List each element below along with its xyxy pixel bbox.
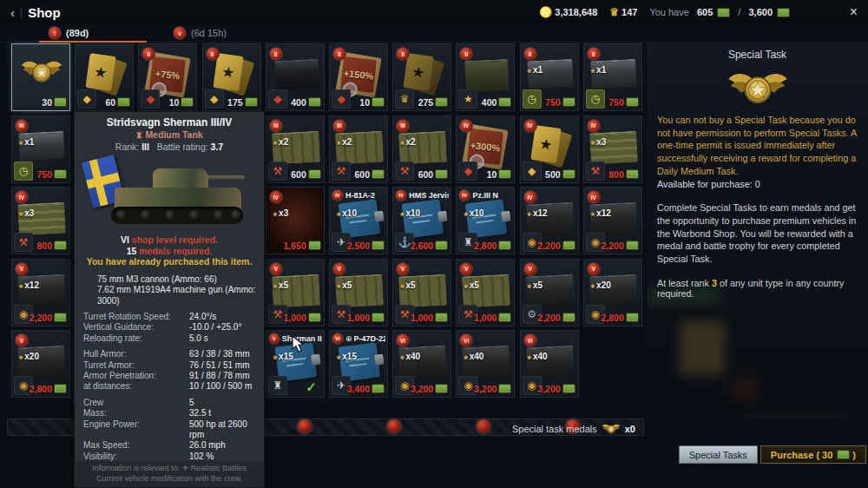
shop-item[interactable]: V★x5⚒1,000 bbox=[266, 259, 325, 326]
shop-item[interactable]: IV★x12◉2,200 bbox=[520, 187, 579, 254]
shop-item[interactable]: ★II♛275 bbox=[392, 43, 451, 111]
rank-badge: II bbox=[459, 47, 473, 61]
warbond-icon bbox=[498, 384, 511, 393]
shop-item[interactable]: VI★x40◉3,200 bbox=[456, 330, 515, 398]
shop-item[interactable]: V★x12◉2,200 bbox=[11, 259, 70, 326]
wings-icon: ★ bbox=[463, 354, 468, 360]
special-task-medals-count: Special task medals x0 bbox=[512, 423, 635, 435]
background-blur-blob bbox=[742, 415, 846, 419]
wings-icon: ★ bbox=[399, 140, 404, 146]
armament-list: 75 mm M3 cannon (Ammo: 66) 7.62 mm M1919… bbox=[97, 274, 264, 307]
item-name: P-47D-22-RE bbox=[354, 334, 385, 343]
item-quantity: ★x10 bbox=[336, 208, 357, 218]
shop-item[interactable]: V★x5⚙2,200 bbox=[520, 259, 579, 326]
shop-item[interactable]: III★x1◷750 bbox=[11, 115, 70, 183]
item-quantity: ★x10 bbox=[463, 208, 483, 218]
item-quantity: ★x5 bbox=[273, 280, 288, 290]
shop-item[interactable]: ★◆60 bbox=[75, 43, 134, 111]
vehicle-tooltip: Stridsvagn Sherman III/IV ♜Medium Tank R… bbox=[74, 111, 265, 488]
item-price: 2,200 bbox=[537, 241, 575, 251]
rank-badge: III bbox=[269, 119, 283, 133]
shop-item[interactable]: VI★x40◉3,200 bbox=[520, 330, 579, 398]
crate-art bbox=[272, 274, 320, 307]
item-price: 600 bbox=[418, 169, 449, 180]
warbond-balance: You have 605 / 3,600 bbox=[649, 7, 790, 17]
item-price: 10 bbox=[359, 97, 385, 108]
item-price: 2,200 bbox=[30, 313, 67, 323]
shop-item[interactable]: 30 bbox=[11, 43, 70, 111]
wings-icon: ★ bbox=[590, 283, 595, 289]
shop-item-hms-jervis[interactable]: IVHMS Jervis★x10⚓2,600 bbox=[392, 187, 451, 254]
shop-item-p-47d-22-re[interactable]: VI⊕P-47D-22-RE★x15✈3,400 bbox=[329, 330, 388, 398]
shop-item[interactable]: VI★x40◉3,200 bbox=[392, 330, 451, 398]
shop-item[interactable]: V★x5⚒1,000 bbox=[456, 259, 515, 326]
wrench-icon: ⚒ bbox=[268, 162, 287, 181]
shop-item[interactable]: II★x1◷750 bbox=[583, 43, 642, 111]
progress-medal-node bbox=[385, 418, 403, 435]
rank-badge: IV bbox=[15, 190, 29, 204]
shop-item[interactable]: III★x2⚒600 bbox=[329, 115, 388, 183]
wings-icon: ★ bbox=[527, 354, 532, 360]
shop-item[interactable]: IV★x31,650 bbox=[266, 187, 325, 254]
special-task-panel: Special Task You can not buy a Special T… bbox=[647, 42, 868, 419]
warbond-icon bbox=[562, 241, 575, 250]
shop-item[interactable]: ★IV◆500 bbox=[520, 115, 579, 183]
purchased-checkmark-icon: ✓ bbox=[306, 379, 317, 395]
special-tasks-button[interactable]: Special Tasks bbox=[679, 445, 758, 464]
back-chevron-icon[interactable]: ‹ bbox=[10, 5, 15, 20]
purchase-button[interactable]: Purchase (30) bbox=[760, 445, 866, 464]
shop-item[interactable]: III★x2⚒600 bbox=[392, 115, 451, 183]
shop-item[interactable]: +150%II◆10 bbox=[329, 43, 388, 111]
rank-badge: II bbox=[587, 47, 601, 61]
close-icon[interactable]: × bbox=[850, 4, 858, 20]
warbond-icon bbox=[562, 169, 575, 179]
progress-medal-node bbox=[475, 418, 492, 435]
item-price: 750 bbox=[608, 97, 639, 108]
shop-item[interactable]: IV★x3⚒800 bbox=[583, 115, 642, 183]
shop-item-pz-iii-n[interactable]: IVPz.III N★x10♜2,800 bbox=[456, 187, 515, 254]
tab-warbond-shop-previous[interactable]: v (6d 15h) bbox=[164, 24, 272, 42]
shop-item[interactable]: V★x5⚒1,000 bbox=[392, 259, 451, 326]
shop-item[interactable]: +300%IV◆10 bbox=[456, 115, 515, 183]
shop-item[interactable]: +75%II◆10 bbox=[138, 43, 197, 111]
crate-art bbox=[398, 274, 447, 307]
rank-badge: IV bbox=[332, 189, 344, 201]
shop-item[interactable]: II★400 bbox=[456, 43, 515, 111]
item-price: 3,200 bbox=[411, 384, 448, 394]
shop-item[interactable]: V★x5⚒1,000 bbox=[329, 259, 388, 326]
wings-icon: ★ bbox=[18, 283, 23, 289]
warbond-icon bbox=[837, 450, 850, 459]
item-price: 60 bbox=[106, 97, 131, 108]
rank-badge: VI bbox=[332, 333, 344, 345]
shop-item-h-81a-2[interactable]: IVH-81A-2★x10✈2,500 bbox=[329, 187, 388, 254]
item-quantity: ★x40 bbox=[399, 352, 420, 361]
wings-icon: ★ bbox=[336, 283, 341, 289]
rank-badge: IV bbox=[269, 190, 283, 204]
rank-badge: IV bbox=[523, 190, 537, 204]
warbond-tab-icon: ! bbox=[48, 26, 62, 40]
item-price: 800 bbox=[608, 169, 639, 180]
shop-item[interactable]: IV★x3⚒800 bbox=[11, 187, 70, 254]
shop-item[interactable]: III★x2⚒600 bbox=[266, 115, 325, 183]
panel-info-text: Complete Special Tasks to earn medals an… bbox=[657, 201, 858, 265]
clock-icon: ◷ bbox=[586, 89, 605, 109]
rank-badge: IV bbox=[523, 119, 537, 133]
shop-item[interactable]: II◆400 bbox=[266, 43, 325, 111]
warbond-icon bbox=[117, 97, 130, 107]
crate-art bbox=[464, 59, 510, 93]
shop-item[interactable]: V★x20◉2,800 bbox=[11, 330, 70, 398]
rank-badge: VI bbox=[396, 333, 410, 347]
warbond-icon bbox=[498, 313, 511, 322]
dy-icon: ◆ bbox=[77, 89, 96, 109]
tab-warbond-shop-current[interactable]: ! (89d) bbox=[39, 24, 147, 42]
special-task-medal-icon bbox=[20, 58, 63, 86]
shop-item[interactable]: V★x20◉2,800 bbox=[583, 259, 642, 326]
realistic-battles-icon: ✈ bbox=[182, 464, 189, 472]
shop-item[interactable]: ★II◆175 bbox=[202, 43, 261, 111]
rank-badge: IV bbox=[458, 189, 470, 201]
shop-item[interactable]: IV★x12◉2,200 bbox=[583, 187, 642, 254]
rank-badge: V bbox=[269, 262, 283, 276]
shop-item-sherman-iii-iv[interactable]: VSherman III/IV★x15♜✓ bbox=[266, 330, 325, 398]
shop-item[interactable]: II★x1◷750 bbox=[520, 43, 579, 111]
rank-badge: II bbox=[269, 47, 283, 61]
